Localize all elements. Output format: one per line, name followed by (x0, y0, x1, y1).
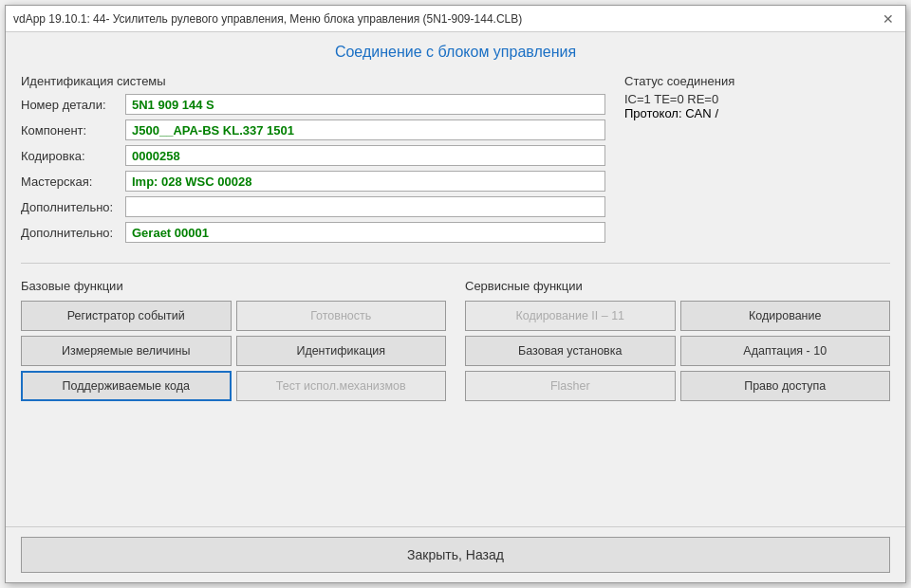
protocol-label: Протокол: CAN (624, 106, 712, 120)
field-value: 0000258 (125, 145, 605, 166)
fields-container: Номер детали:5N1 909 144 SКомпонент:J500… (21, 94, 605, 243)
close-icon[interactable]: ✕ (879, 11, 898, 27)
basic-function-button: Готовность (236, 301, 447, 331)
functions-section: Базовые функции Регистратор событийГотов… (21, 279, 890, 401)
identification-label: Идентификация системы (21, 74, 605, 88)
field-value: J500__APA-BS KL.337 1501 (125, 119, 605, 140)
field-label: Дополнительно: (21, 200, 125, 214)
service-function-button[interactable]: Адаптация - 10 (680, 336, 891, 366)
service-function-button[interactable]: Кодирование (680, 301, 891, 331)
field-value: Imp: 028 WSC 00028 (125, 171, 605, 192)
basic-function-button[interactable]: Измеряемые величины (21, 336, 232, 366)
protocol-slash: / (716, 106, 719, 120)
top-section: Идентификация системы Номер детали:5N1 9… (21, 74, 890, 248)
basic-buttons-grid: Регистратор событийГотовностьИзмеряемые … (21, 301, 446, 401)
service-buttons-grid: Кодирование II – 11КодированиеБазовая ус… (465, 301, 890, 401)
field-value (125, 196, 605, 217)
service-function-button[interactable]: Базовая установка (465, 336, 676, 366)
field-row: Номер детали:5N1 909 144 S (21, 94, 605, 115)
main-content: Соединение с блоком управления Идентифик… (6, 32, 905, 526)
status-values: IC=1 TE=0 RE=0 (624, 92, 718, 106)
service-function-button[interactable]: Право доступа (680, 371, 891, 401)
basic-function-button[interactable]: Идентификация (236, 336, 447, 366)
status-section: Статус соединения IC=1 TE=0 RE=0 Протоко… (624, 74, 890, 248)
field-row: Мастерская:Imp: 028 WSC 00028 (21, 171, 605, 192)
field-label: Номер детали: (21, 98, 125, 112)
identification-section: Идентификация системы Номер детали:5N1 9… (21, 74, 605, 248)
page-title: Соединение с блоком управления (21, 44, 890, 61)
field-label: Кодировка: (21, 149, 125, 163)
field-row: Кодировка:0000258 (21, 145, 605, 166)
field-value: 5N1 909 144 S (125, 94, 605, 115)
basic-function-button[interactable]: Регистратор событий (21, 301, 232, 331)
main-window: vdApp 19.10.1: 44- Усилитель рулевого уп… (5, 5, 906, 583)
service-functions-title: Сервисные функции (465, 279, 890, 293)
field-label: Компонент: (21, 123, 125, 138)
basic-functions-group: Базовые функции Регистратор событийГотов… (21, 279, 446, 401)
field-label: Дополнительно: (21, 226, 125, 240)
field-label: Мастерская: (21, 175, 125, 189)
basic-function-button[interactable]: Поддерживаемые кода (21, 371, 232, 401)
status-label: Статус соединения (624, 74, 890, 88)
field-row: Дополнительно:Geraet 00001 (21, 222, 605, 243)
divider (21, 263, 890, 264)
service-functions-group: Сервисные функции Кодирование II – 11Код… (465, 279, 890, 401)
field-value: Geraet 00001 (125, 222, 605, 243)
window-title: vdApp 19.10.1: 44- Усилитель рулевого уп… (13, 12, 522, 26)
basic-functions-title: Базовые функции (21, 279, 446, 293)
close-back-button[interactable]: Закрыть, Назад (21, 537, 890, 573)
status-protocol: Протокол: CAN / (624, 106, 890, 120)
service-function-button: Flasher (465, 371, 676, 401)
service-function-button: Кодирование II – 11 (465, 301, 676, 331)
field-row: Дополнительно: (21, 196, 605, 217)
basic-function-button: Тест испол.механизмов (236, 371, 447, 401)
field-row: Компонент:J500__APA-BS KL.337 1501 (21, 119, 605, 140)
status-row: IC=1 TE=0 RE=0 (624, 92, 890, 106)
bottom-bar: Закрыть, Назад (6, 526, 905, 582)
title-bar: vdApp 19.10.1: 44- Усилитель рулевого уп… (6, 6, 905, 32)
